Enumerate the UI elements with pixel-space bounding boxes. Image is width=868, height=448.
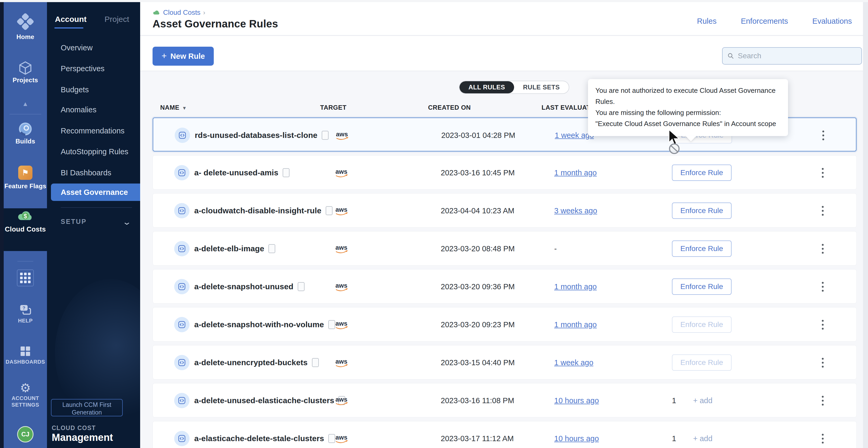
plus-icon: + <box>161 50 167 61</box>
column-header-name[interactable]: NAME▼ <box>160 104 187 111</box>
rule-icon <box>174 393 189 408</box>
nav-item-anomalies[interactable]: Anomalies <box>47 101 140 118</box>
toggle-all-rules[interactable]: ALL RULES <box>460 81 514 93</box>
nav-item-autostopping-rules[interactable]: AutoStopping Rules <box>47 143 140 160</box>
row-menu-button[interactable] <box>819 355 826 370</box>
breadcrumb-cloud-costs-link[interactable]: Cloud Costs <box>163 8 200 16</box>
nav-item-budgets[interactable]: Budgets <box>47 81 140 98</box>
last-evaluation-link[interactable]: 1 month ago <box>554 169 597 177</box>
nav-item-label: Perspectives <box>47 64 104 73</box>
rule-name: rds-unused-databases-list-clone <box>195 131 317 140</box>
nav-divider <box>61 207 132 208</box>
sidebar-item-feature-flags[interactable]: ⚑ Feature Flags <box>4 166 47 190</box>
last-evaluation-link[interactable]: 10 hours ago <box>554 396 599 405</box>
sidebar-item-dashboards[interactable]: DASHBOARDS <box>4 345 47 365</box>
copy-icon[interactable] <box>298 282 305 291</box>
last-evaluation-link[interactable]: 1 week ago <box>554 358 593 367</box>
add-enforcement-link[interactable]: + add <box>693 434 712 443</box>
created-on-value: 2023-03-20 09:36 PM <box>441 282 515 291</box>
toggle-rule-sets[interactable]: RULE SETS <box>514 81 569 93</box>
copy-icon[interactable] <box>326 206 333 215</box>
window-left-edge <box>0 2 4 448</box>
rules-table: rds-unused-databases-list-clone aws 2023… <box>153 117 857 448</box>
row-menu-button[interactable] <box>819 203 826 218</box>
link-rules[interactable]: Rules <box>697 17 716 26</box>
link-evaluations[interactable]: Evaluations <box>812 17 852 26</box>
svg-text:aws: aws <box>335 244 347 251</box>
row-menu-button[interactable] <box>819 431 826 446</box>
sidebar-item-cloud-costs[interactable]: $ Cloud Costs <box>4 209 47 233</box>
nav-item-recommendations[interactable]: Recommendations <box>47 122 140 139</box>
last-evaluation-link[interactable]: - <box>554 244 557 253</box>
table-row[interactable]: a- delete-unused-amis aws 2023-03-16 10:… <box>153 155 857 189</box>
rail-label-cloud-costs: Cloud Costs <box>4 225 47 233</box>
search-box[interactable] <box>722 47 862 65</box>
aws-logo: aws <box>333 395 350 406</box>
enforce-rule-button[interactable]: Enforce Rule <box>672 203 732 219</box>
rail-label-projects: Projects <box>4 76 47 84</box>
main-area: Cloud Costs › Asset Governance Rules Rul… <box>140 2 863 448</box>
row-menu-button[interactable] <box>820 128 827 143</box>
table-row[interactable]: a-cloudwatch-disable-insight-rule aws 20… <box>153 193 857 228</box>
table-row[interactable]: a-elasticache-delete-stale-clusters aws … <box>153 421 857 448</box>
copy-icon[interactable] <box>269 244 275 253</box>
last-evaluation-link[interactable]: 10 hours ago <box>554 434 599 443</box>
product-name: Management <box>52 432 113 443</box>
page-title: Asset Governance Rules <box>153 18 278 30</box>
rule-name: a-cloudwatch-disable-insight-rule <box>194 206 321 215</box>
row-menu-button[interactable] <box>819 241 826 256</box>
last-evaluation-link[interactable]: 1 month ago <box>554 320 597 329</box>
setup-label: SETUP <box>61 218 87 226</box>
module-picker-button[interactable] <box>17 270 34 286</box>
nav-item-asset-governance[interactable]: Asset Governance <box>51 183 140 201</box>
svg-text:aws: aws <box>336 131 348 138</box>
row-menu-button[interactable] <box>819 393 826 408</box>
copy-icon[interactable] <box>322 131 329 140</box>
nav-item-label: Recommendations <box>47 127 125 135</box>
rail-collapse-icon[interactable]: ▲ <box>4 100 47 108</box>
rule-icon <box>174 241 189 256</box>
link-enforcements[interactable]: Enforcements <box>741 17 788 26</box>
enforce-rule-button[interactable]: Enforce Rule <box>672 278 732 295</box>
rule-icon <box>174 431 189 446</box>
add-enforcement-link[interactable]: + add <box>693 396 712 405</box>
sidebar-item-builds[interactable]: Builds <box>4 121 47 145</box>
table-row[interactable]: a-delete-snapshot-unused aws 2023-03-20 … <box>153 269 857 304</box>
table-row[interactable]: a-delete-unused-elasticache-clusters aws… <box>153 383 857 417</box>
table-row[interactable]: a-delete-elb-image aws 2023-03-20 08:48 … <box>153 231 857 266</box>
copy-icon[interactable] <box>283 168 289 177</box>
nav-item-bi-dashboards[interactable]: BI Dashboards <box>47 164 140 181</box>
column-header-created: CREATED ON <box>428 104 471 111</box>
row-menu-button[interactable] <box>819 279 826 294</box>
tooltip-line-3: "Execute Cloud Asset Governance Rules" i… <box>595 118 781 129</box>
sidebar-item-home[interactable]: Home <box>4 15 47 41</box>
enforce-rule-button[interactable]: Enforce Rule <box>672 165 732 181</box>
table-row[interactable]: a-delete-snapshot-with-no-volume aws 202… <box>153 307 857 342</box>
rule-name: a-delete-unencrypted-buckets <box>194 358 308 367</box>
toolbar: + New Rule <box>140 36 863 71</box>
created-on-value: 2023-03-20 08:48 PM <box>441 244 515 253</box>
window-top-strip <box>0 0 868 2</box>
enforce-rule-button[interactable]: Enforce Rule <box>672 240 732 257</box>
svg-text:aws: aws <box>335 320 347 327</box>
sidebar-item-projects[interactable]: Projects <box>4 61 47 84</box>
last-evaluation-link[interactable]: 1 month ago <box>554 282 597 291</box>
tooltip-line-2: You are missing the following permission… <box>595 107 781 118</box>
search-input[interactable] <box>738 52 857 60</box>
nav-item-overview[interactable]: Overview <box>47 39 140 57</box>
row-menu-button[interactable] <box>819 317 826 332</box>
last-evaluation-link[interactable]: 3 weeks ago <box>554 206 597 215</box>
enforce-rule-button[interactable]: Enforce Rule <box>672 354 732 371</box>
new-rule-button[interactable]: + New Rule <box>153 47 214 66</box>
row-menu-button[interactable] <box>819 165 826 180</box>
table-row[interactable]: a-delete-unencrypted-buckets aws 2023-03… <box>153 345 857 379</box>
setup-section-toggle[interactable]: SETUP ⌄ <box>47 216 140 228</box>
sidebar-item-help[interactable]: ? HELP <box>4 303 47 324</box>
copy-icon[interactable] <box>312 358 319 367</box>
enforce-rule-button[interactable]: Enforce Rule <box>672 316 732 333</box>
launch-ccm-first-gen-button[interactable]: Launch CCM First Generation <box>51 399 123 416</box>
sidebar-item-account-settings[interactable]: ⚙ ACCOUNT SETTINGS <box>4 381 47 408</box>
nav-item-perspectives[interactable]: Perspectives <box>47 60 140 77</box>
user-avatar[interactable]: CJ <box>17 426 33 443</box>
app-window: Home Projects ▲ Builds ⚑ Feature Flags <box>0 0 868 448</box>
